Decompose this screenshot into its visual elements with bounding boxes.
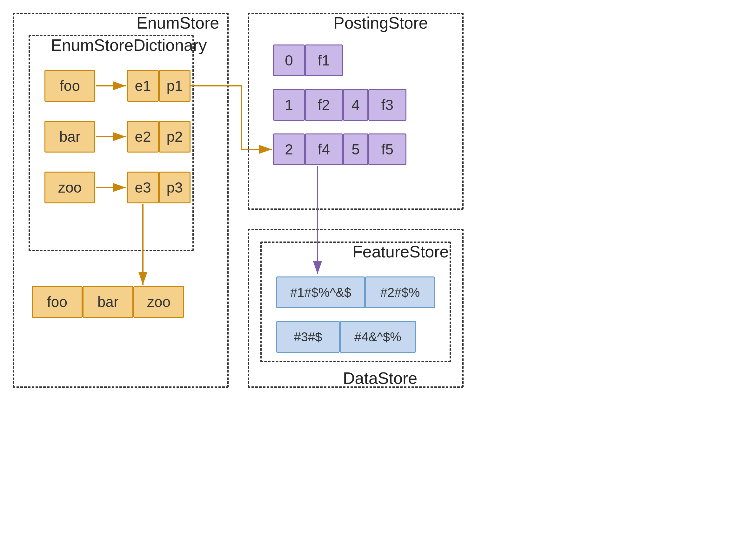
posting-1-3: f3 [368, 89, 406, 121]
diagram-container: EnumStore EnumStoreDictionary PostingSto… [0, 0, 756, 538]
enum-p2: p2 [159, 121, 191, 152]
posting-0-1: f1 [305, 44, 343, 76]
feature-0-1: #2#$% [365, 277, 435, 308]
enum-e3: e3 [127, 172, 159, 203]
enum-key-zoo: zoo [44, 172, 95, 203]
posting-1-0: 1 [273, 89, 305, 121]
enum-store-dict-label: EnumStoreDictionary [51, 35, 207, 55]
enum-store-label: EnumStore [136, 13, 219, 32]
posting-1-1: f2 [305, 89, 343, 121]
posting-0-0: 0 [273, 44, 305, 76]
enum-array-bar: bar [82, 286, 133, 318]
enum-p1: p1 [159, 70, 191, 102]
feature-1-0: #3#$ [276, 321, 340, 353]
enum-key-foo: foo [44, 70, 95, 102]
posting-2-1: f4 [305, 134, 343, 165]
feature-1-1: #4&^$% [340, 321, 416, 353]
feature-0-0: #1#$%^&$ [276, 277, 365, 308]
enum-array-foo: foo [32, 286, 82, 318]
posting-2-3: f5 [368, 134, 406, 165]
enum-p3: p3 [159, 172, 191, 203]
enum-e1: e1 [127, 70, 159, 102]
datastore-label: DataStore [343, 369, 417, 388]
enum-key-bar: bar [44, 121, 95, 152]
enum-array-zoo: zoo [133, 286, 184, 318]
posting-store-label: PostingStore [333, 13, 428, 32]
posting-2-2: 5 [343, 134, 368, 165]
posting-2-0: 2 [273, 134, 305, 165]
feature-store-label: FeatureStore [353, 242, 449, 261]
posting-1-2: 4 [343, 89, 368, 121]
enum-e2: e2 [127, 121, 159, 152]
